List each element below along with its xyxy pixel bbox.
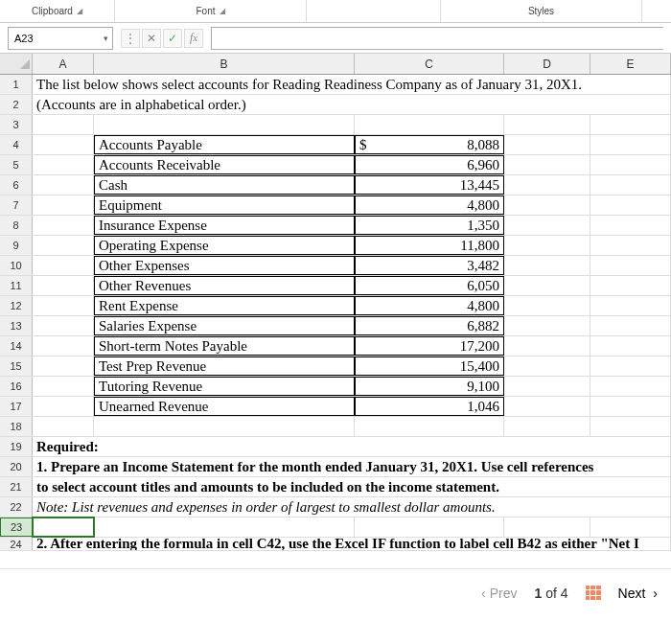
col-header-D[interactable]: D xyxy=(504,54,590,74)
cell[interactable] xyxy=(504,175,590,195)
cell[interactable] xyxy=(590,316,671,335)
cell-A19[interactable]: Required: xyxy=(33,437,671,456)
cell[interactable] xyxy=(33,236,94,255)
cell-account-name[interactable]: Short-term Notes Payable xyxy=(94,336,355,356)
row-header[interactable]: 11 xyxy=(0,276,33,295)
cell-account-value[interactable]: 15,400 xyxy=(355,356,504,376)
dialog-launcher-icon[interactable]: ◢ xyxy=(220,7,225,15)
cell[interactable] xyxy=(590,196,671,215)
cell[interactable] xyxy=(504,236,590,255)
cell-account-value[interactable]: 13,445 xyxy=(355,175,504,195)
cell[interactable] xyxy=(355,417,504,436)
ribbon-group-font[interactable]: Font ◢ xyxy=(115,0,307,22)
row-header[interactable]: 9 xyxy=(0,236,33,255)
row-header[interactable]: 12 xyxy=(0,296,33,315)
cell[interactable] xyxy=(590,417,671,436)
cell[interactable] xyxy=(590,256,671,275)
cell-account-value[interactable]: 4,800 xyxy=(355,196,504,215)
cell[interactable] xyxy=(504,316,590,335)
name-box[interactable]: A23 ▾ xyxy=(8,27,113,50)
cell[interactable] xyxy=(33,397,94,416)
row-header[interactable]: 16 xyxy=(0,377,33,396)
cell-account-name[interactable]: Other Expenses xyxy=(94,256,355,275)
fx-icon[interactable]: fx xyxy=(184,29,203,48)
cell[interactable] xyxy=(504,256,590,275)
row-header[interactable]: 7 xyxy=(0,196,33,215)
cell-account-value[interactable]: 6,960 xyxy=(355,155,504,174)
cell-A21[interactable]: to select account titles and amounts to … xyxy=(33,477,671,496)
cell[interactable] xyxy=(33,175,94,195)
cell-account-name[interactable]: Operating Expense xyxy=(94,236,355,255)
cell[interactable] xyxy=(504,397,590,416)
cell-account-value[interactable]: 1,350 xyxy=(355,216,504,235)
cell-account-name[interactable]: Other Revenues xyxy=(94,276,355,295)
row-header[interactable]: 6 xyxy=(0,175,33,195)
cell[interactable] xyxy=(590,377,671,396)
cell[interactable] xyxy=(590,518,671,537)
col-header-C[interactable]: C xyxy=(355,54,504,74)
cell[interactable] xyxy=(94,518,355,537)
cell[interactable] xyxy=(590,115,671,134)
cell[interactable] xyxy=(33,196,94,215)
col-header-E[interactable]: E xyxy=(590,54,671,74)
more-icon[interactable]: ⋮ xyxy=(121,29,140,48)
col-header-B[interactable]: B xyxy=(94,54,355,74)
cancel-icon[interactable]: ✕ xyxy=(142,29,161,48)
row-header[interactable]: 20 xyxy=(0,457,33,476)
row-header[interactable]: 10 xyxy=(0,256,33,275)
cell[interactable] xyxy=(94,417,355,436)
cell[interactable] xyxy=(33,155,94,174)
cell[interactable] xyxy=(590,276,671,295)
chevron-down-icon[interactable]: ▾ xyxy=(104,34,108,43)
cell-account-value[interactable]: 3,482 xyxy=(355,256,504,275)
cell-account-name[interactable]: Cash xyxy=(94,175,355,195)
cell[interactable] xyxy=(33,115,94,134)
cell[interactable] xyxy=(590,397,671,416)
cell[interactable] xyxy=(590,296,671,315)
cell[interactable] xyxy=(504,276,590,295)
spreadsheet-grid[interactable]: A B C D E 1 The list below shows select … xyxy=(0,54,671,551)
row-header[interactable]: 5 xyxy=(0,155,33,174)
row-header[interactable]: 4 xyxy=(0,135,33,154)
ribbon-group-clipboard[interactable]: Clipboard ◢ xyxy=(0,0,115,22)
cell-A24[interactable]: 2. After entering the formula in cell C4… xyxy=(33,538,671,550)
row-header[interactable]: 2 xyxy=(0,95,33,114)
row-header[interactable]: 17 xyxy=(0,397,33,416)
row-header[interactable]: 14 xyxy=(0,336,33,356)
row-header[interactable]: 24 xyxy=(0,538,33,550)
row-header[interactable]: 22 xyxy=(0,497,33,517)
row-header[interactable]: 21 xyxy=(0,477,33,496)
cell[interactable] xyxy=(504,296,590,315)
next-button[interactable]: Next › xyxy=(618,586,658,601)
select-all-corner[interactable] xyxy=(0,54,33,74)
cell[interactable] xyxy=(504,155,590,174)
cell[interactable] xyxy=(33,256,94,275)
dialog-launcher-icon[interactable]: ◢ xyxy=(77,7,82,15)
cell-account-value[interactable]: 11,800 xyxy=(355,236,504,255)
cell-account-name[interactable]: Accounts Payable xyxy=(94,135,355,154)
ribbon-group-styles[interactable]: Styles xyxy=(441,0,642,22)
cell[interactable] xyxy=(504,336,590,356)
cell[interactable] xyxy=(504,417,590,436)
cell-A22[interactable]: Note: List revenues and expenses in orde… xyxy=(33,497,671,517)
cell[interactable] xyxy=(504,518,590,537)
cell[interactable] xyxy=(33,417,94,436)
cell[interactable] xyxy=(33,216,94,235)
row-header[interactable]: 15 xyxy=(0,356,33,376)
cell-account-value[interactable]: $8,088 xyxy=(355,135,504,154)
cell[interactable] xyxy=(504,115,590,134)
cell[interactable] xyxy=(590,336,671,356)
cell-account-name[interactable]: Unearned Revenue xyxy=(94,397,355,416)
cell-account-value[interactable]: 9,100 xyxy=(355,377,504,396)
cell[interactable] xyxy=(33,356,94,376)
cell-account-name[interactable]: Equipment xyxy=(94,196,355,215)
cell[interactable] xyxy=(504,377,590,396)
formula-input[interactable] xyxy=(211,27,663,50)
cell[interactable] xyxy=(590,155,671,174)
cell-account-name[interactable]: Tutoring Revenue xyxy=(94,377,355,396)
col-header-A[interactable]: A xyxy=(33,54,94,74)
cell[interactable] xyxy=(590,356,671,376)
cell-account-value[interactable]: 1,046 xyxy=(355,397,504,416)
cell-account-name[interactable]: Accounts Receivable xyxy=(94,155,355,174)
cell[interactable] xyxy=(355,115,504,134)
